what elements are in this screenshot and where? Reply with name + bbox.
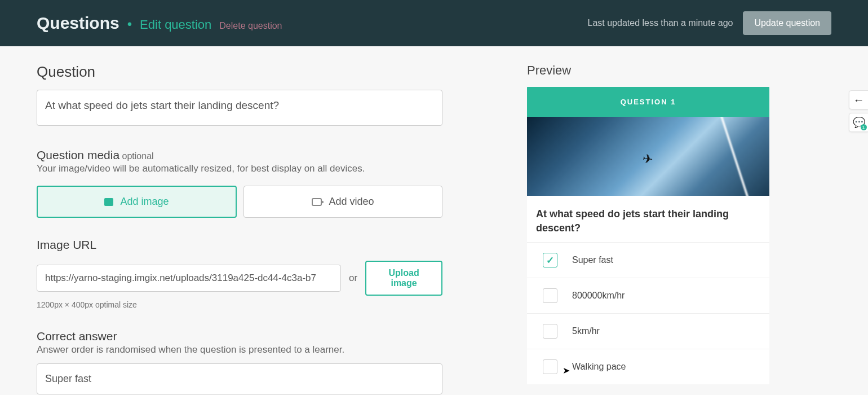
add-video-button[interactable]: Add video	[243, 186, 442, 218]
header-right: Last updated less than a minute ago Upda…	[588, 11, 832, 35]
header-left: Questions • Edit question Delete questio…	[37, 14, 282, 33]
check-icon: ✓	[546, 254, 554, 266]
checkbox[interactable]	[543, 324, 557, 339]
media-section-desc: Your image/video will be automatically r…	[37, 163, 442, 174]
correct-answer-section: Correct answer Answer order is randomise…	[37, 330, 442, 394]
back-button[interactable]: ←	[849, 90, 868, 109]
chat-button[interactable]: 💬1	[849, 113, 868, 132]
image-url-label: Image URL	[37, 238, 442, 252]
side-controls: ← 💬1	[849, 90, 868, 132]
update-question-button[interactable]: Update question	[743, 11, 831, 35]
chat-icon: 💬1	[853, 116, 865, 129]
checkbox[interactable]	[543, 359, 557, 374]
option-label: Walking pace	[572, 362, 626, 372]
preview-label: Preview	[527, 63, 769, 78]
add-video-label: Add video	[329, 196, 374, 208]
question-section-title: Question	[37, 63, 442, 81]
arrow-left-icon: ←	[853, 94, 865, 107]
plane-icon: ✈	[641, 151, 653, 167]
preview-option[interactable]: 5km/hr	[527, 313, 769, 349]
breadcrumb-edit[interactable]: Edit question	[140, 17, 211, 32]
page-title: Questions	[37, 14, 119, 33]
preview-banner: QUESTION 1	[527, 87, 769, 117]
checkbox-checked[interactable]: ✓	[543, 253, 557, 267]
media-buttons: Add image Add video	[37, 186, 442, 218]
question-text-input[interactable]: At what speed do jets start their landin…	[37, 90, 442, 126]
add-image-label: Add image	[120, 196, 169, 208]
preview-option[interactable]: 800000km/hr	[527, 278, 769, 313]
header-bar: Questions • Edit question Delete questio…	[0, 0, 868, 46]
preview-card: QUESTION 1 ✈ At what speed do jets start…	[527, 87, 769, 384]
preview-option[interactable]: ✓ Super fast	[527, 242, 769, 278]
media-section: Question media optional Your image/video…	[37, 148, 442, 218]
image-icon	[104, 198, 113, 206]
correct-answer-input[interactable]	[37, 363, 442, 394]
preview-option[interactable]: Walking pace	[527, 349, 769, 384]
media-section-title: Question media	[37, 148, 119, 161]
correct-answer-desc: Answer order is randomised when the ques…	[37, 344, 442, 356]
last-updated-text: Last updated less than a minute ago	[588, 18, 733, 28]
or-text: or	[349, 273, 357, 284]
image-url-row: or Upload image	[37, 261, 442, 296]
image-size-hint: 1200px × 400px optimal size	[37, 300, 442, 309]
media-optional-label: optional	[122, 151, 154, 161]
option-label: 5km/hr	[572, 326, 600, 336]
preview-column: Preview QUESTION 1 ✈ At what speed do je…	[527, 63, 769, 395]
option-label: 800000km/hr	[572, 291, 625, 301]
upload-image-button[interactable]: Upload image	[365, 261, 442, 296]
chat-badge: 1	[861, 124, 867, 130]
image-url-input[interactable]	[37, 265, 341, 292]
separator-dot: •	[127, 16, 132, 32]
main-content: Question At what speed do jets start the…	[0, 46, 868, 395]
delete-question-link[interactable]: Delete question	[219, 21, 282, 31]
checkbox[interactable]	[543, 288, 557, 303]
preview-question-text: At what speed do jets start their landin…	[527, 196, 769, 242]
form-column: Question At what speed do jets start the…	[37, 63, 442, 395]
preview-image: ✈	[527, 117, 769, 196]
video-icon	[312, 198, 322, 206]
option-label: Super fast	[572, 255, 613, 265]
add-image-button[interactable]: Add image	[37, 186, 237, 218]
correct-answer-label: Correct answer	[37, 330, 442, 343]
image-url-section: Image URL or Upload image 1200px × 400px…	[37, 238, 442, 309]
